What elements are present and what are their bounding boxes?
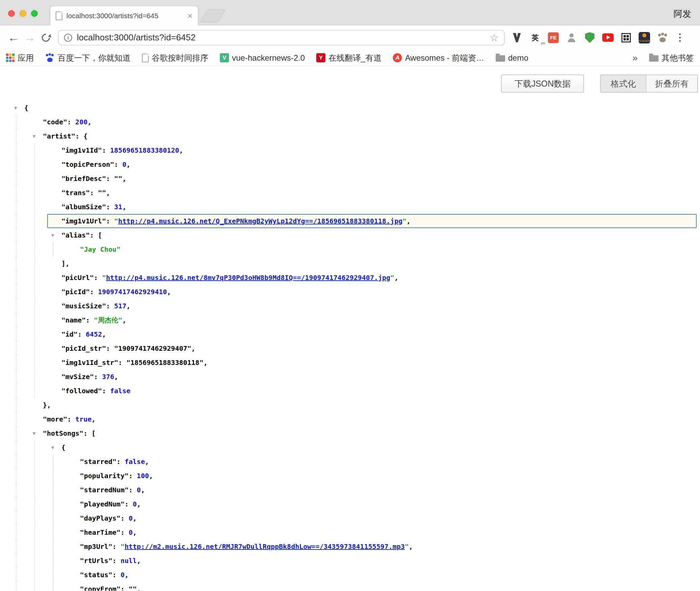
json-token-punc: , bbox=[394, 274, 398, 282]
json-token-key: "trans" bbox=[61, 189, 90, 197]
extension-paw-icon[interactable] bbox=[657, 32, 669, 44]
json-token-str: " bbox=[102, 274, 106, 282]
chrome-menu-button[interactable] bbox=[675, 31, 685, 44]
indent-guide bbox=[16, 483, 17, 497]
json-token-punc: , bbox=[92, 415, 96, 423]
indent-guide bbox=[16, 172, 17, 186]
bookmarks-overflow-chevron[interactable]: » bbox=[632, 53, 638, 63]
json-token-punc: : bbox=[118, 359, 126, 367]
extension-translate-icon[interactable]: 英 en bbox=[529, 32, 541, 44]
other-bookmarks-folder[interactable]: 其他书签 bbox=[649, 53, 694, 63]
json-token-num: 376 bbox=[102, 373, 114, 381]
json-token-str: "周杰伦" bbox=[94, 316, 122, 324]
collapse-toggle-icon[interactable]: ▼ bbox=[51, 228, 54, 242]
collapse-all-button[interactable]: 折叠所有 bbox=[646, 75, 697, 92]
json-url-link[interactable]: http://p4.music.126.net/Q_ExePNkmgB2yWyL… bbox=[118, 217, 403, 225]
minimize-window-button[interactable] bbox=[20, 10, 26, 17]
collapse-toggle-icon[interactable]: ▼ bbox=[14, 101, 17, 115]
json-token-punc: , bbox=[145, 458, 149, 466]
json-token-punc: { bbox=[61, 443, 65, 452]
indent-guide bbox=[53, 497, 54, 511]
zoom-window-button[interactable] bbox=[31, 10, 38, 17]
json-token-key: "img1v1Id_str" bbox=[61, 359, 118, 367]
json-token-key: "rtUrls" bbox=[80, 557, 112, 565]
bookmark-apps[interactable]: 应用 bbox=[6, 53, 34, 63]
json-url-link[interactable]: http://p4.music.126.net/8mv7qP30Pd3oHW8b… bbox=[106, 274, 390, 282]
json-token-punc: , bbox=[126, 160, 130, 168]
awesomes-favicon-icon: A bbox=[393, 53, 402, 62]
bookmark-demo-folder[interactable]: demo bbox=[496, 53, 528, 63]
json-token-punc: , bbox=[126, 302, 130, 310]
json-token-punc: : bbox=[124, 500, 133, 508]
json-token-key: "dayPlays" bbox=[80, 514, 120, 522]
bookmark-baidu[interactable]: 百度一下，你就知道 bbox=[45, 53, 130, 63]
json-line: "img1v1Url": "http://p4.music.126.net/Q_… bbox=[0, 214, 700, 228]
browser-toolbar: ← → i localhost:3000/artists?id=6452 ☆ 英… bbox=[0, 25, 700, 50]
extension-player-icon[interactable]: PLAYER bbox=[638, 32, 650, 44]
json-token-punc: , bbox=[409, 542, 413, 551]
json-token-key: "alias" bbox=[61, 231, 90, 239]
bookmark-google-sort[interactable]: 谷歌按时间排序 bbox=[142, 53, 208, 63]
bookmark-vue-hackernews[interactable]: V vue-hackernews-2.0 bbox=[220, 53, 305, 63]
indent-guide bbox=[34, 511, 35, 525]
indent-guide bbox=[34, 327, 35, 341]
json-token-key: "hearTime" bbox=[80, 528, 120, 536]
address-bar[interactable]: i localhost:3000/artists?id=6452 ☆ bbox=[58, 30, 505, 45]
indent-guide bbox=[16, 455, 17, 469]
bookmark-awesomes[interactable]: A Awesomes - 前端资… bbox=[393, 53, 484, 63]
collapse-toggle-icon[interactable]: ▼ bbox=[33, 129, 35, 143]
page-info-icon[interactable]: i bbox=[64, 34, 72, 42]
indent-guide bbox=[34, 582, 35, 591]
v-icon bbox=[512, 33, 522, 42]
format-button[interactable]: 格式化 bbox=[601, 75, 646, 92]
bookmark-star-icon[interactable]: ☆ bbox=[490, 32, 499, 43]
new-tab-button[interactable] bbox=[200, 9, 226, 22]
indent-guide bbox=[34, 554, 35, 568]
json-token-num: 19097417462929410 bbox=[98, 288, 167, 296]
json-token-punc: , bbox=[191, 344, 195, 352]
indent-guide bbox=[16, 511, 17, 525]
indent-guide bbox=[16, 412, 17, 426]
tab-close-icon[interactable]: × bbox=[187, 11, 193, 20]
json-line: ], bbox=[0, 256, 700, 271]
back-button[interactable]: ← bbox=[5, 30, 22, 46]
forward-button[interactable]: → bbox=[22, 30, 38, 46]
collapse-toggle-icon[interactable]: ▼ bbox=[51, 440, 54, 455]
folder-icon bbox=[649, 55, 659, 62]
download-json-button[interactable]: 下载JSON数据 bbox=[501, 74, 584, 93]
json-token-key: "topicPerson" bbox=[61, 160, 114, 168]
indent-guide bbox=[34, 299, 35, 313]
extension-qrcode-icon[interactable] bbox=[620, 32, 632, 44]
indent-guide bbox=[53, 568, 54, 582]
extension-shield-icon[interactable] bbox=[584, 32, 596, 44]
json-token-key: "name" bbox=[61, 316, 86, 324]
view-mode-group: 格式化 折叠所有 bbox=[600, 74, 698, 93]
browser-tab[interactable]: localhost:3000/artists?id=645 × bbox=[50, 6, 198, 25]
extension-vimium-icon[interactable] bbox=[511, 32, 523, 44]
close-window-button[interactable] bbox=[8, 10, 15, 17]
extension-fe-icon[interactable]: FE bbox=[547, 32, 559, 44]
json-token-punc: : bbox=[112, 542, 120, 551]
json-token-punc: , bbox=[141, 486, 145, 494]
json-token-punc: : bbox=[106, 175, 114, 183]
tab-title: localhost:3000/artists?id=645 bbox=[66, 12, 183, 20]
json-line: "Jay Chou" bbox=[0, 242, 700, 256]
indent-guide bbox=[16, 440, 17, 455]
reload-button[interactable] bbox=[38, 30, 54, 46]
json-line: "briefDesc": "", bbox=[0, 172, 700, 186]
json-url-link[interactable]: http://m2.music.126.net/RMJR7wDullRqppBk… bbox=[124, 542, 405, 551]
json-token-key: "copyFrom" bbox=[80, 585, 120, 591]
json-token-key: "img1v1Id" bbox=[61, 146, 102, 154]
bookmark-youdao[interactable]: Y 在线翻译_有道 bbox=[316, 53, 381, 63]
url-text[interactable]: localhost:3000/artists?id=6452 bbox=[77, 32, 485, 43]
indent-guide bbox=[34, 200, 35, 214]
json-token-plain: "" bbox=[98, 189, 106, 197]
json-token-num: 6452 bbox=[86, 330, 102, 338]
browser-window: localhost:3000/artists?id=645 × 阿发 ← → i… bbox=[0, 0, 700, 591]
json-token-punc: , bbox=[124, 571, 128, 579]
json-token-punc: : bbox=[106, 344, 114, 352]
indent-guide bbox=[34, 539, 35, 554]
extension-profile-icon[interactable] bbox=[565, 32, 578, 44]
collapse-toggle-icon[interactable]: ▼ bbox=[33, 426, 35, 440]
extension-youtube-icon[interactable] bbox=[602, 32, 614, 44]
